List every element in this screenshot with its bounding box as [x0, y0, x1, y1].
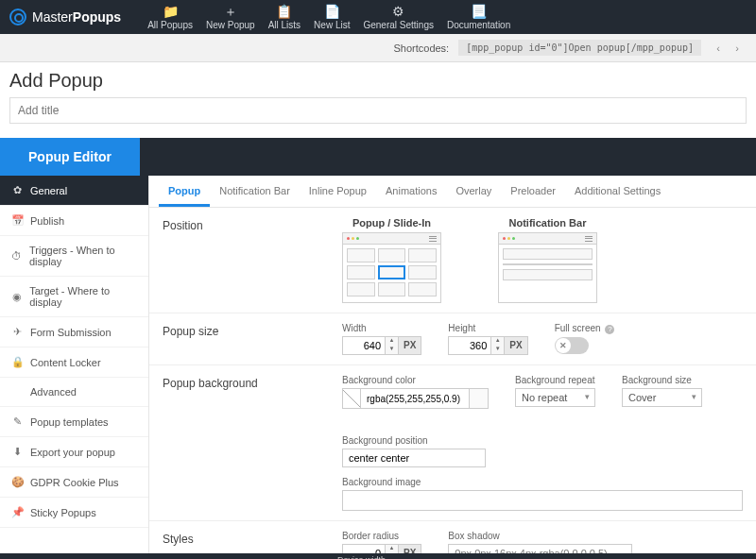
- width-input[interactable]: [342, 336, 386, 355]
- nav-item[interactable]: ＋New Popup: [206, 5, 255, 30]
- tab[interactable]: Popup: [159, 176, 210, 207]
- shortcode-prev-icon[interactable]: ‹: [711, 42, 726, 54]
- sidebar-item[interactable]: 📅Publish: [0, 206, 148, 236]
- nb-position-top[interactable]: [503, 248, 593, 260]
- toggle-x-icon: ✕: [556, 338, 571, 353]
- pos-cell[interactable]: [408, 282, 437, 296]
- bg-color-label: Background color: [342, 375, 489, 385]
- editor-header-spacer: [140, 138, 756, 176]
- position-nb-box: [498, 232, 597, 303]
- nav-item-icon: 📁: [163, 5, 179, 18]
- sidebar-item-icon: ◉: [11, 291, 22, 303]
- width-spinner[interactable]: ▲▼: [386, 336, 399, 355]
- bg-size-label: Background size: [622, 375, 702, 385]
- position-nb-title: Notification Bar: [498, 217, 597, 229]
- sidebar-item[interactable]: ⏱Triggers - When to display: [0, 236, 148, 277]
- height-label: Height: [448, 323, 527, 333]
- sidebar: ✿General📅Publish⏱Triggers - When to disp…: [0, 176, 149, 553]
- height-unit[interactable]: PX: [505, 336, 527, 355]
- title-section: Add Popup: [0, 62, 756, 128]
- eyedropper-icon[interactable]: [342, 388, 361, 409]
- color-swatch[interactable]: [470, 388, 489, 409]
- title-input[interactable]: [9, 97, 747, 124]
- sidebar-item[interactable]: ⬇Export your popup: [0, 437, 148, 467]
- pos-cell[interactable]: [347, 248, 375, 263]
- pos-cell[interactable]: [347, 282, 375, 296]
- pos-cell-selected[interactable]: [378, 265, 406, 280]
- tab[interactable]: Animations: [376, 176, 446, 207]
- sidebar-item[interactable]: ✎Popup templates: [0, 407, 148, 437]
- bg-repeat-label: Background repeat: [515, 375, 595, 385]
- device-width-field: Device width ▲▼ PX: [337, 555, 422, 560]
- sidebar-item[interactable]: ✈Form Submission: [0, 317, 148, 347]
- pos-cell[interactable]: [378, 248, 406, 263]
- bg-color-text[interactable]: [361, 388, 470, 409]
- sidebar-item[interactable]: 🔒Content Locker: [0, 347, 148, 378]
- height-spinner[interactable]: ▲▼: [491, 336, 505, 355]
- position-previews: Popup / Slide-In: [342, 217, 743, 303]
- sidebar-item-label: General: [30, 185, 67, 196]
- radius-input[interactable]: [342, 544, 386, 553]
- nav-item[interactable]: 📃Documentation: [447, 5, 510, 30]
- sidebar-item[interactable]: ✿General: [0, 176, 148, 206]
- sidebar-item[interactable]: Advanced: [0, 378, 148, 407]
- height-input[interactable]: [448, 336, 491, 355]
- pos-cell[interactable]: [347, 265, 375, 280]
- editor-tab[interactable]: Popup Editor: [0, 138, 140, 176]
- nav-item[interactable]: 📋All Lists: [268, 5, 301, 30]
- nav-items: 📁All Popups＋New Popup📋All Lists📄New List…: [147, 5, 510, 30]
- content: PopupNotification BarInline PopupAnimati…: [149, 176, 756, 553]
- label-styles: Styles: [163, 531, 342, 553]
- shortcode-code[interactable]: [mpp_popup id="0"]Open popup[/mpp_popup]: [458, 40, 701, 56]
- shadow-input[interactable]: [448, 544, 632, 553]
- sidebar-item[interactable]: 🍪GDPR Cookie Plus: [0, 467, 148, 498]
- nb-fill: [503, 263, 593, 265]
- tab[interactable]: Additional Settings: [565, 176, 670, 207]
- info-icon[interactable]: ?: [605, 325, 614, 334]
- tab[interactable]: Notification Bar: [210, 176, 300, 207]
- field-box-shadow: Box shadow: [448, 531, 632, 553]
- sidebar-item-label: Export your popup: [30, 447, 115, 458]
- pos-cell[interactable]: [378, 282, 406, 296]
- nav-item[interactable]: 📄New List: [314, 5, 350, 30]
- field-bg-size: Background size Cover: [622, 375, 702, 409]
- sidebar-item-icon: ✈: [11, 326, 23, 338]
- width-unit[interactable]: PX: [399, 336, 421, 355]
- tab[interactable]: Inline Popup: [300, 176, 376, 207]
- brand-logo: MasterPopups: [9, 8, 121, 25]
- nav-item-icon: 📄: [324, 5, 340, 18]
- shortcode-label: Shortcodes:: [393, 42, 449, 54]
- sidebar-item-label: Triggers - When to display: [29, 245, 137, 267]
- bg-color-input[interactable]: [342, 388, 489, 409]
- sidebar-item[interactable]: ◉Target - Where to display: [0, 277, 148, 317]
- sidebar-item-icon: 🍪: [11, 476, 23, 488]
- row-popup-size: Popup size Width ▲▼ PX Height: [149, 313, 756, 365]
- position-nb-col: Notification Bar: [498, 217, 597, 303]
- field-bg-repeat: Background repeat No repeat: [515, 375, 595, 409]
- tab[interactable]: Overlay: [446, 176, 501, 207]
- nb-position-bottom[interactable]: [503, 269, 593, 280]
- pos-cell[interactable]: [408, 248, 437, 263]
- field-bg-position: Background position: [342, 435, 486, 467]
- nav-item[interactable]: 📁All Popups: [147, 5, 193, 30]
- bg-image-input[interactable]: [342, 490, 743, 511]
- sidebar-item-label: Popup templates: [30, 416, 109, 428]
- shortcode-row: Shortcodes: [mpp_popup id="0"]Open popup…: [0, 34, 756, 62]
- bg-position-input[interactable]: [342, 449, 486, 467]
- radius-spinner[interactable]: ▲▼: [386, 544, 399, 553]
- fullscreen-toggle[interactable]: ✕: [555, 337, 589, 354]
- sidebar-item[interactable]: 📌Sticky Popups: [0, 498, 148, 528]
- shortcode-next-icon[interactable]: ›: [730, 42, 745, 54]
- bg-size-select[interactable]: Cover: [622, 388, 702, 407]
- tab[interactable]: Preloader: [501, 176, 565, 207]
- pos-cell[interactable]: [408, 265, 437, 280]
- radius-unit[interactable]: PX: [399, 544, 421, 553]
- sidebar-item-icon: 📌: [11, 506, 23, 518]
- bg-repeat-select[interactable]: No repeat: [515, 388, 595, 407]
- row-popup-background: Popup background Background color: [149, 365, 756, 521]
- bg-position-label: Background position: [342, 435, 486, 446]
- nav-item[interactable]: ⚙General Settings: [363, 5, 434, 30]
- width-label: Width: [342, 323, 421, 333]
- sidebar-item-label: Target - Where to display: [29, 285, 137, 308]
- sidebar-item-icon: ⏱: [11, 250, 22, 262]
